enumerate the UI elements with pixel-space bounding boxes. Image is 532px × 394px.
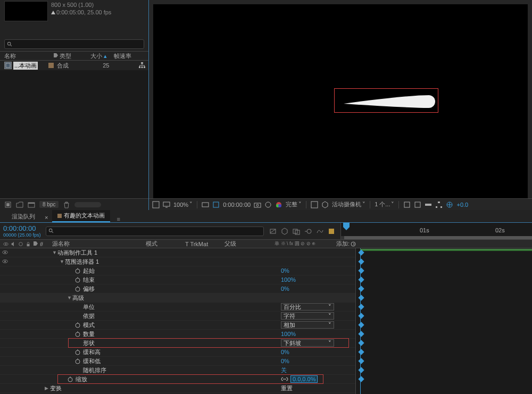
- keyframe-marker[interactable]: [358, 367, 364, 373]
- layer-bar[interactable]: [360, 249, 532, 251]
- prop-unit[interactable]: 单位 百分比˅: [0, 303, 355, 312]
- stopwatch-icon[interactable]: [74, 349, 81, 355]
- tab-x[interactable]: ×: [43, 213, 50, 222]
- prop-mode[interactable]: 模式 相加˅: [0, 321, 355, 330]
- stopwatch-icon[interactable]: [74, 358, 81, 364]
- prop-animator[interactable]: ▼动画制作工具 1: [0, 248, 355, 257]
- flowchart2-icon[interactable]: [435, 201, 443, 208]
- based-select[interactable]: 字符˅: [281, 312, 334, 320]
- snapshot-icon[interactable]: [254, 201, 261, 208]
- prop-range-selector[interactable]: ▼范围选择器 1: [0, 257, 355, 266]
- tab-menu-icon[interactable]: ≡: [117, 216, 120, 222]
- timeline-icon[interactable]: [425, 201, 432, 208]
- timeline-tracks[interactable]: [355, 248, 532, 394]
- eye-icon[interactable]: [2, 258, 8, 264]
- unit-select[interactable]: 百分比˅: [281, 303, 334, 311]
- timecode-box[interactable]: 0:00:00:00 00000 (25.00 fps): [0, 223, 46, 239]
- label-color[interactable]: [48, 63, 54, 68]
- composition-viewer[interactable]: [153, 4, 528, 198]
- fast-preview-icon[interactable]: [414, 201, 421, 208]
- prop-start[interactable]: 起始 0%: [0, 266, 355, 275]
- prop-easelo[interactable]: 缓和低 0%: [0, 357, 355, 366]
- mode-select[interactable]: 相加˅: [281, 321, 334, 329]
- exposure-value[interactable]: +0.0: [456, 202, 468, 208]
- keyframe-marker[interactable]: [358, 376, 364, 382]
- pixel-aspect-icon[interactable]: [403, 201, 411, 208]
- stopwatch-icon[interactable]: [67, 376, 73, 382]
- draft3d-icon[interactable]: [281, 228, 288, 235]
- timecode-display[interactable]: 0:00:00:00: [223, 202, 251, 208]
- camera-select[interactable]: 活动摄像机 ˅: [332, 200, 365, 208]
- solo-col-icon[interactable]: [18, 241, 23, 247]
- stopwatch-icon[interactable]: [74, 331, 81, 337]
- add-animator[interactable]: 添加:: [336, 240, 356, 248]
- grid-icon[interactable]: [152, 201, 160, 208]
- keyframe-marker[interactable]: [358, 313, 364, 318]
- shape-select[interactable]: 下斜坡˅: [281, 339, 334, 347]
- prop-offset[interactable]: 偏移 0%: [0, 284, 355, 294]
- project-item[interactable]: ...本动画 合成 25: [0, 61, 148, 70]
- keyframe-marker[interactable]: [358, 349, 364, 355]
- keyframe-marker[interactable]: [358, 331, 364, 337]
- exposure-reset-icon[interactable]: [446, 201, 453, 208]
- label-col-icon[interactable]: [33, 241, 38, 246]
- stopwatch-icon[interactable]: [74, 276, 81, 283]
- trash-icon[interactable]: [63, 201, 70, 208]
- views-select[interactable]: 1 个... ˅: [375, 200, 394, 208]
- comp-thumbnail[interactable]: [4, 1, 48, 21]
- audio-col-icon[interactable]: [11, 241, 16, 247]
- keyframe-marker[interactable]: [358, 304, 364, 309]
- stopwatch-icon[interactable]: [74, 322, 81, 328]
- keyframe-marker[interactable]: [358, 276, 364, 282]
- keyframe-marker[interactable]: [358, 295, 364, 300]
- prop-random[interactable]: 随机排序 关: [0, 366, 355, 375]
- playhead-handle[interactable]: [342, 223, 351, 230]
- keyframe-marker[interactable]: [358, 340, 364, 346]
- prop-advanced[interactable]: ▼高级: [0, 294, 355, 303]
- quality-select[interactable]: 完整 ˅: [286, 200, 302, 208]
- prop-end[interactable]: 结束 100%: [0, 275, 355, 284]
- comp-mini-icon[interactable]: [269, 228, 277, 235]
- brainstorm-icon[interactable]: [328, 228, 335, 235]
- prop-amount[interactable]: 数量 100%: [0, 330, 355, 339]
- motion-blur-icon[interactable]: [304, 228, 312, 235]
- color-icon[interactable]: [275, 201, 282, 208]
- keyframe-marker[interactable]: [358, 267, 364, 273]
- constrain-icon[interactable]: [281, 376, 288, 382]
- view-icon[interactable]: [311, 201, 318, 208]
- new-comp-icon[interactable]: [28, 201, 35, 208]
- eye-icon[interactable]: [2, 249, 8, 255]
- tab-composition[interactable]: 有趣的文本动画: [52, 210, 110, 222]
- frame-blend-icon[interactable]: [293, 228, 300, 235]
- folder-icon[interactable]: [16, 201, 23, 208]
- stopwatch-icon[interactable]: [74, 267, 81, 274]
- prop-shape[interactable]: 形状 下斜坡˅: [0, 339, 355, 348]
- eye-col-icon[interactable]: [3, 241, 9, 247]
- keyframe-marker[interactable]: [358, 358, 364, 364]
- interpret-icon[interactable]: [4, 201, 12, 208]
- prop-transform[interactable]: ▶变换 重置: [0, 384, 355, 393]
- timeline-search-input[interactable]: [46, 227, 264, 236]
- tab-render-queue[interactable]: 渲染队列: [6, 211, 40, 222]
- prop-based[interactable]: 依据 字符˅: [0, 312, 355, 321]
- graph-editor-icon[interactable]: [316, 228, 323, 235]
- 3d-icon[interactable]: [321, 201, 329, 208]
- timeline-tabs: 渲染队列 × 有趣的文本动画 ≡: [0, 210, 532, 223]
- stopwatch-icon[interactable]: [74, 286, 81, 292]
- bpc-indicator[interactable]: 8 bpc: [39, 201, 59, 208]
- show-snapshot-icon[interactable]: [264, 201, 272, 208]
- flowchart-icon[interactable]: [139, 62, 145, 69]
- project-search-input[interactable]: [4, 39, 144, 49]
- roi-icon[interactable]: [212, 201, 220, 208]
- monitor-icon[interactable]: [163, 201, 170, 208]
- lock-col-icon[interactable]: [26, 241, 31, 247]
- resolution-icon[interactable]: [202, 201, 209, 208]
- prop-scale[interactable]: 缩放 0.0,0.0%: [0, 375, 355, 384]
- keyframe-marker[interactable]: [358, 286, 364, 291]
- svg-rect-26: [311, 202, 318, 208]
- zoom-select[interactable]: 100% ˅: [173, 201, 193, 208]
- keyframe-marker[interactable]: [358, 322, 364, 328]
- time-ruler[interactable]: 01s 02s: [340, 223, 532, 239]
- keyframe-marker[interactable]: [358, 258, 364, 264]
- prop-easehi[interactable]: 缓和高 0%: [0, 348, 355, 357]
